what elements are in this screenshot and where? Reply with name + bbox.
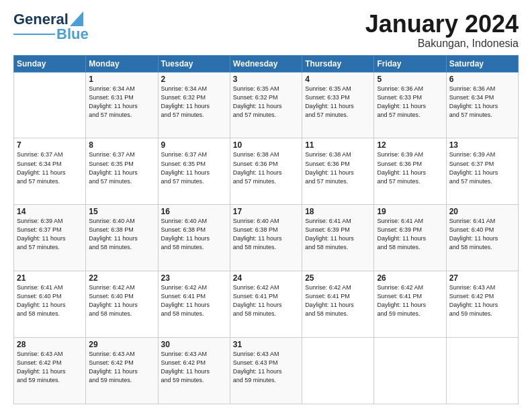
- day-info: Sunrise: 6:36 AM Sunset: 6:33 PM Dayligh…: [377, 85, 443, 120]
- day-info: Sunrise: 6:39 AM Sunset: 6:37 PM Dayligh…: [17, 217, 83, 252]
- table-row: 6Sunrise: 6:36 AM Sunset: 6:34 PM Daylig…: [446, 72, 518, 138]
- table-row: 4Sunrise: 6:35 AM Sunset: 6:33 PM Daylig…: [302, 72, 374, 138]
- day-info: Sunrise: 6:40 AM Sunset: 6:38 PM Dayligh…: [89, 217, 154, 252]
- day-info: Sunrise: 6:41 AM Sunset: 6:40 PM Dayligh…: [449, 217, 515, 252]
- day-info: Sunrise: 6:43 AM Sunset: 6:42 PM Dayligh…: [449, 283, 515, 318]
- day-number: 28: [17, 340, 83, 349]
- day-number: 14: [17, 207, 83, 216]
- calendar-header-row: Sunday Monday Tuesday Wednesday Thursday…: [14, 55, 519, 72]
- table-row: 31Sunrise: 6:43 AM Sunset: 6:43 PM Dayli…: [230, 338, 302, 404]
- day-info: Sunrise: 6:41 AM Sunset: 6:40 PM Dayligh…: [17, 283, 83, 318]
- day-info: Sunrise: 6:41 AM Sunset: 6:39 PM Dayligh…: [377, 217, 443, 252]
- table-row: 5Sunrise: 6:36 AM Sunset: 6:33 PM Daylig…: [374, 72, 446, 138]
- calendar-subtitle: Bakungan, Indonesia: [365, 38, 519, 50]
- day-info: Sunrise: 6:43 AM Sunset: 6:42 PM Dayligh…: [17, 350, 83, 385]
- table-row: 28Sunrise: 6:43 AM Sunset: 6:42 PM Dayli…: [14, 338, 86, 404]
- table-row: 24Sunrise: 6:42 AM Sunset: 6:41 PM Dayli…: [230, 271, 302, 338]
- table-row: 30Sunrise: 6:43 AM Sunset: 6:42 PM Dayli…: [158, 338, 230, 404]
- table-row: 17Sunrise: 6:40 AM Sunset: 6:38 PM Dayli…: [230, 205, 302, 271]
- day-number: 20: [449, 207, 515, 216]
- day-number: 13: [449, 140, 515, 150]
- table-row: 16Sunrise: 6:40 AM Sunset: 6:38 PM Dayli…: [158, 205, 230, 271]
- table-row: 18Sunrise: 6:41 AM Sunset: 6:39 PM Dayli…: [302, 205, 374, 271]
- day-number: 31: [233, 340, 299, 349]
- header: General Blue January 2024 Bakungan, Indo…: [13, 11, 519, 50]
- table-row: 27Sunrise: 6:43 AM Sunset: 6:42 PM Dayli…: [446, 271, 518, 338]
- table-row: 20Sunrise: 6:41 AM Sunset: 6:40 PM Dayli…: [446, 205, 518, 271]
- day-info: Sunrise: 6:42 AM Sunset: 6:41 PM Dayligh…: [377, 283, 443, 318]
- day-number: 6: [449, 75, 515, 84]
- table-row: 15Sunrise: 6:40 AM Sunset: 6:38 PM Dayli…: [86, 205, 158, 271]
- col-tuesday: Tuesday: [158, 55, 230, 72]
- col-sunday: Sunday: [14, 55, 86, 72]
- day-info: Sunrise: 6:40 AM Sunset: 6:38 PM Dayligh…: [233, 217, 299, 252]
- day-info: Sunrise: 6:34 AM Sunset: 6:32 PM Dayligh…: [161, 85, 227, 120]
- logo-icon: [70, 11, 83, 26]
- day-number: 19: [377, 207, 443, 216]
- table-row: [14, 72, 86, 138]
- table-row: 29Sunrise: 6:43 AM Sunset: 6:42 PM Dayli…: [86, 338, 158, 404]
- page: General Blue January 2024 Bakungan, Indo…: [0, 0, 532, 411]
- day-number: 3: [233, 75, 299, 84]
- day-number: 18: [305, 207, 371, 216]
- day-number: 4: [305, 75, 371, 84]
- table-row: 19Sunrise: 6:41 AM Sunset: 6:39 PM Dayli…: [374, 205, 446, 271]
- day-info: Sunrise: 6:37 AM Sunset: 6:35 PM Dayligh…: [89, 150, 154, 185]
- calendar-week-row: 1Sunrise: 6:34 AM Sunset: 6:31 PM Daylig…: [14, 72, 519, 138]
- table-row: 8Sunrise: 6:37 AM Sunset: 6:35 PM Daylig…: [86, 138, 158, 205]
- col-saturday: Saturday: [446, 55, 518, 72]
- day-number: 1: [89, 75, 154, 84]
- logo: General Blue: [13, 11, 89, 43]
- calendar-table: Sunday Monday Tuesday Wednesday Thursday…: [13, 55, 519, 404]
- day-info: Sunrise: 6:42 AM Sunset: 6:41 PM Dayligh…: [305, 283, 371, 318]
- calendar-week-row: 14Sunrise: 6:39 AM Sunset: 6:37 PM Dayli…: [14, 205, 519, 271]
- calendar-week-row: 21Sunrise: 6:41 AM Sunset: 6:40 PM Dayli…: [14, 271, 519, 338]
- day-info: Sunrise: 6:43 AM Sunset: 6:42 PM Dayligh…: [89, 350, 154, 385]
- col-monday: Monday: [86, 55, 158, 72]
- day-number: 15: [89, 207, 154, 216]
- col-friday: Friday: [374, 55, 446, 72]
- day-info: Sunrise: 6:41 AM Sunset: 6:39 PM Dayligh…: [305, 217, 371, 252]
- day-info: Sunrise: 6:42 AM Sunset: 6:40 PM Dayligh…: [89, 283, 154, 318]
- day-info: Sunrise: 6:37 AM Sunset: 6:34 PM Dayligh…: [17, 150, 83, 185]
- day-info: Sunrise: 6:43 AM Sunset: 6:43 PM Dayligh…: [233, 350, 299, 385]
- table-row: 25Sunrise: 6:42 AM Sunset: 6:41 PM Dayli…: [302, 271, 374, 338]
- table-row: 3Sunrise: 6:35 AM Sunset: 6:32 PM Daylig…: [230, 72, 302, 138]
- table-row: 10Sunrise: 6:38 AM Sunset: 6:36 PM Dayli…: [230, 138, 302, 205]
- day-info: Sunrise: 6:37 AM Sunset: 6:35 PM Dayligh…: [161, 150, 227, 185]
- day-number: 10: [233, 140, 299, 150]
- day-number: 24: [233, 273, 299, 283]
- day-number: 9: [161, 140, 227, 150]
- day-number: 2: [161, 75, 227, 84]
- day-info: Sunrise: 6:43 AM Sunset: 6:42 PM Dayligh…: [161, 350, 227, 385]
- calendar-week-row: 28Sunrise: 6:43 AM Sunset: 6:42 PM Dayli…: [14, 338, 519, 404]
- svg-marker-0: [70, 11, 83, 26]
- day-number: 12: [377, 140, 443, 150]
- table-row: 11Sunrise: 6:38 AM Sunset: 6:36 PM Dayli…: [302, 138, 374, 205]
- day-number: 30: [161, 340, 227, 349]
- table-row: 21Sunrise: 6:41 AM Sunset: 6:40 PM Dayli…: [14, 271, 86, 338]
- table-row: 13Sunrise: 6:39 AM Sunset: 6:37 PM Dayli…: [446, 138, 518, 205]
- day-info: Sunrise: 6:38 AM Sunset: 6:36 PM Dayligh…: [305, 150, 371, 185]
- table-row: [446, 338, 518, 404]
- table-row: 22Sunrise: 6:42 AM Sunset: 6:40 PM Dayli…: [86, 271, 158, 338]
- table-row: 7Sunrise: 6:37 AM Sunset: 6:34 PM Daylig…: [14, 138, 86, 205]
- day-number: 23: [161, 273, 227, 283]
- calendar-title: January 2024: [365, 11, 519, 38]
- logo-blue: Blue: [56, 26, 89, 43]
- day-info: Sunrise: 6:36 AM Sunset: 6:34 PM Dayligh…: [449, 85, 515, 120]
- table-row: 23Sunrise: 6:42 AM Sunset: 6:41 PM Dayli…: [158, 271, 230, 338]
- col-wednesday: Wednesday: [230, 55, 302, 72]
- day-number: 17: [233, 207, 299, 216]
- day-info: Sunrise: 6:39 AM Sunset: 6:36 PM Dayligh…: [377, 150, 443, 185]
- table-row: 9Sunrise: 6:37 AM Sunset: 6:35 PM Daylig…: [158, 138, 230, 205]
- table-row: 2Sunrise: 6:34 AM Sunset: 6:32 PM Daylig…: [158, 72, 230, 138]
- day-number: 29: [89, 340, 154, 349]
- calendar-week-row: 7Sunrise: 6:37 AM Sunset: 6:34 PM Daylig…: [14, 138, 519, 205]
- table-row: 14Sunrise: 6:39 AM Sunset: 6:37 PM Dayli…: [14, 205, 86, 271]
- day-number: 7: [17, 140, 83, 150]
- day-number: 22: [89, 273, 154, 283]
- day-number: 16: [161, 207, 227, 216]
- day-number: 8: [89, 140, 154, 150]
- day-info: Sunrise: 6:40 AM Sunset: 6:38 PM Dayligh…: [161, 217, 227, 252]
